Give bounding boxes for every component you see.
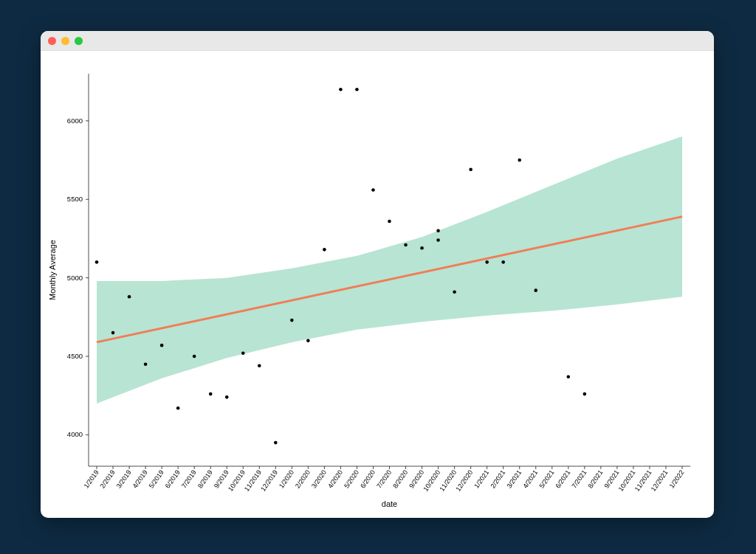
x-tick-label: 7/2019 (180, 468, 198, 489)
data-point (371, 188, 375, 192)
minimize-icon[interactable] (61, 37, 69, 45)
x-tick-label: 7/2020 (375, 468, 393, 489)
x-tick-label: 2/2021 (489, 468, 506, 489)
x-tick-label: 3/2021 (505, 468, 523, 489)
data-point (583, 392, 587, 396)
data-point (290, 319, 294, 322)
x-tick-label: 7/2021 (570, 468, 588, 489)
data-point (420, 246, 424, 250)
x-tick-label: 6/2020 (359, 468, 377, 489)
data-point (323, 248, 326, 252)
data-point (355, 88, 359, 91)
x-tick-label: 2/2020 (294, 468, 312, 489)
data-point (518, 159, 521, 162)
data-point (469, 168, 472, 172)
data-point (128, 295, 131, 299)
y-tick-label: 4500 (67, 352, 83, 360)
data-point (436, 238, 440, 242)
data-point (176, 406, 180, 410)
data-point (160, 344, 164, 347)
x-tick-label: 5/2020 (343, 468, 360, 489)
x-tick-label: 8/2019 (196, 468, 214, 489)
x-tick-label: 3/2019 (115, 468, 133, 489)
x-tick-label: 4/2021 (521, 468, 539, 489)
data-point (144, 362, 148, 366)
data-point (241, 351, 245, 355)
data-point (339, 88, 343, 91)
chart-svg: 400045005000550060001/20192/20193/20194/… (41, 50, 714, 518)
x-tick-label: 4/2020 (326, 468, 344, 489)
x-tick-label: 6/2019 (164, 468, 182, 489)
data-point (534, 288, 537, 292)
y-tick-label: 6000 (67, 117, 83, 125)
x-tick-label: 2/2019 (99, 468, 117, 489)
x-tick-label: 1/2021 (472, 468, 490, 489)
x-tick-label: 3/2020 (310, 468, 328, 489)
x-tick-label: 1/2020 (278, 468, 295, 489)
data-point (485, 260, 489, 264)
chart: 400045005000550060001/20192/20193/20194/… (41, 50, 714, 518)
data-point (111, 331, 115, 335)
data-point (225, 395, 229, 399)
x-tick-label: 1/2022 (668, 468, 686, 489)
data-point (501, 260, 505, 264)
x-tick-label: 8/2020 (391, 468, 409, 489)
x-tick-label: 6/2021 (554, 468, 571, 489)
x-axis-label: date (382, 499, 397, 508)
data-point (306, 339, 310, 342)
close-icon[interactable] (48, 37, 56, 45)
y-tick-label: 4000 (67, 430, 83, 438)
y-tick-label: 5500 (67, 195, 83, 203)
x-tick-label: 4/2019 (131, 468, 149, 489)
x-tick-label: 5/2021 (537, 468, 555, 489)
data-point (95, 260, 99, 264)
x-tick-label: 12/2021 (650, 468, 670, 492)
data-point (258, 364, 261, 368)
data-point (209, 392, 213, 396)
data-point (453, 290, 456, 294)
x-tick-label: 5/2019 (148, 468, 165, 489)
data-point (193, 355, 196, 359)
data-point (274, 441, 278, 445)
x-tick-label: 8/2021 (587, 468, 605, 489)
x-tick-label: 1/2019 (83, 468, 100, 489)
data-point (404, 243, 408, 247)
y-axis-label: Monthly Average (48, 240, 57, 300)
x-tick-label: 12/2019 (259, 468, 279, 492)
x-tick-label: 12/2020 (454, 468, 474, 492)
confidence-band (97, 136, 682, 404)
data-point (436, 229, 440, 233)
app-window: 400045005000550060001/20192/20193/20194/… (41, 31, 714, 518)
data-point (566, 375, 570, 378)
data-point (388, 220, 391, 224)
window-titlebar (41, 31, 714, 51)
y-tick-label: 5000 (67, 274, 83, 282)
zoom-icon[interactable] (75, 37, 83, 45)
